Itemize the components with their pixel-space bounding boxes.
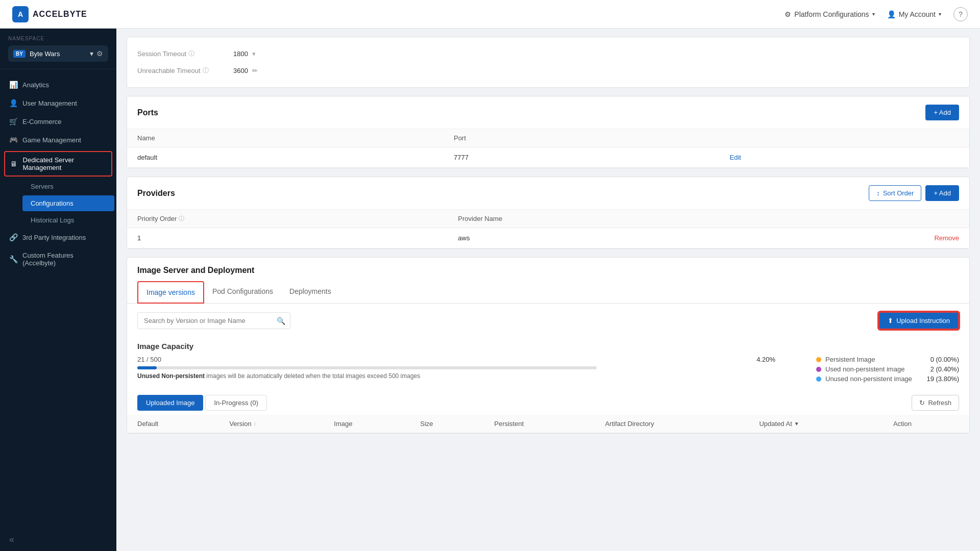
info-icon: ⓘ	[179, 215, 184, 222]
tab-deployments[interactable]: Deployments	[281, 281, 339, 304]
image-server-section: Image Server and Deployment Image versio…	[127, 257, 970, 434]
upload-icon: ⬆	[888, 317, 893, 324]
sidebar-sub-item-historical-logs[interactable]: Historical Logs	[22, 212, 116, 228]
help-button[interactable]: ?	[953, 7, 968, 21]
sidebar-sub-item-configurations[interactable]: Configurations	[22, 195, 114, 211]
capacity-count: 21 / 500	[137, 356, 161, 363]
sidebar-item-label: Dedicated Server Management	[23, 156, 106, 171]
main-layout: NAMESPACE BY Byte Wars ▾ ⚙ 📊 Analytics 👤…	[0, 29, 980, 551]
legend-dot-persistent	[816, 357, 821, 362]
tab-pod-configurations[interactable]: Pod Configurations	[204, 281, 281, 304]
edit-port-link[interactable]: Edit	[730, 154, 741, 161]
legend-dot-unused	[816, 377, 821, 382]
refresh-icon: ↻	[919, 399, 925, 407]
sidebar-item-label: Custom Features (Accelbyte)	[22, 252, 107, 267]
search-input[interactable]	[137, 312, 290, 329]
sidebar: NAMESPACE BY Byte Wars ▾ ⚙ 📊 Analytics 👤…	[0, 29, 116, 551]
top-navigation: A ACCELBYTE ⚙ Platform Configurations ▾ …	[0, 0, 980, 29]
info-icon: ⓘ	[203, 66, 209, 75]
my-account-nav[interactable]: 👤 My Account ▾	[887, 10, 941, 18]
sidebar-item-label: 3rd Party Integrations	[22, 234, 86, 241]
sidebar-sub-item-servers[interactable]: Servers	[22, 179, 116, 194]
capacity-percentage: 4.20%	[756, 356, 775, 363]
remove-provider-link[interactable]: Remove	[935, 234, 959, 242]
sidebar-collapse-button[interactable]: «	[0, 528, 116, 551]
ports-col-action	[720, 129, 969, 147]
sort-order-button[interactable]: ↕ Sort Order	[869, 185, 921, 201]
filter-tabs-row: Uploaded Image In-Progress (0) ↻ Refresh	[127, 391, 969, 415]
col-size: Size	[410, 415, 484, 433]
col-persistent: Persistent	[484, 415, 595, 433]
namespace-section: NAMESPACE BY Byte Wars ▾ ⚙	[0, 29, 116, 69]
analytics-icon: 📊	[9, 81, 17, 89]
col-image: Image	[324, 415, 410, 433]
unreachable-timeout-value: 3600	[233, 67, 248, 74]
3rd-party-icon: 🔗	[9, 233, 17, 241]
session-timeout-value: 1800	[233, 50, 248, 58]
search-icon: 🔍	[277, 317, 285, 325]
sidebar-item-label: E-Commerce	[22, 118, 62, 126]
platform-configurations-nav[interactable]: ⚙ Platform Configurations ▾	[785, 10, 874, 18]
legend-item-persistent: Persistent Image 0 (0.00%)	[816, 356, 959, 363]
sidebar-item-dedicated-server-wrapper: 🖥 Dedicated Server Management	[4, 151, 112, 177]
sidebar-item-ecommerce[interactable]: 🛒 E-Commerce	[0, 112, 116, 131]
sidebar-sub-section: Servers Configurations Historical Logs	[0, 179, 116, 228]
providers-col-action	[755, 210, 969, 228]
capacity-progress-bar	[137, 366, 597, 369]
provider-action: Remove	[755, 228, 969, 248]
ecommerce-icon: 🛒	[9, 117, 17, 126]
legend-item-used-nonpersistent: Used non-persistent image 2 (0.40%)	[816, 365, 959, 373]
sidebar-item-analytics[interactable]: 📊 Analytics	[0, 76, 116, 94]
sort-icon: ↕	[876, 189, 880, 197]
col-updated-at: Updated At ▼	[749, 415, 883, 433]
sidebar-item-label: Analytics	[22, 81, 49, 89]
capacity-legend: Persistent Image 0 (0.00%) Used non-pers…	[816, 356, 959, 383]
providers-table: Priority Order ⓘ Provider Name 1 aws Rem	[127, 210, 969, 248]
sidebar-item-custom-features[interactable]: 🔧 Custom Features (Accelbyte)	[0, 246, 116, 272]
sidebar-item-user-management[interactable]: 👤 User Management	[0, 94, 116, 112]
port-action: Edit	[720, 147, 969, 168]
sidebar-item-label: User Management	[22, 99, 77, 107]
sort-icon: ↕	[254, 421, 256, 427]
namespace-selector[interactable]: BY Byte Wars ▾ ⚙	[8, 45, 108, 62]
capacity-progress-fill	[137, 366, 157, 369]
filter-tab-in-progress[interactable]: In-Progress (0)	[205, 395, 267, 411]
sidebar-item-game-management[interactable]: 🎮 Game Management	[0, 131, 116, 149]
refresh-button[interactable]: ↻ Refresh	[912, 395, 959, 411]
logo-area: A ACCELBYTE	[12, 6, 87, 22]
ports-header: Ports + Add	[127, 96, 969, 129]
ports-col-name: Name	[127, 129, 444, 147]
providers-col-priority: Priority Order ⓘ	[127, 210, 448, 228]
provider-name: aws	[448, 228, 755, 248]
port-name: default	[127, 147, 444, 168]
chevron-down-icon: ▾	[90, 49, 93, 58]
filter-tab-uploaded[interactable]: Uploaded Image	[137, 395, 203, 411]
sidebar-item-dedicated-server[interactable]: 🖥 Dedicated Server Management	[5, 152, 111, 176]
search-wrap: 🔍	[137, 312, 290, 329]
top-nav-right: ⚙ Platform Configurations ▾ 👤 My Account…	[785, 7, 968, 21]
ports-section: Ports + Add Name Port default 7777	[127, 96, 970, 168]
chevron-down-icon: ▾	[252, 50, 256, 58]
chevron-down-icon: ▾	[939, 11, 941, 17]
image-server-title: Image Server and Deployment	[137, 266, 254, 274]
user-icon: 👤	[887, 10, 896, 18]
sidebar-nav: 📊 Analytics 👤 User Management 🛒 E-Commer…	[0, 69, 116, 528]
col-action: Action	[883, 415, 969, 433]
logo-icon: A	[12, 6, 29, 22]
filter-tabs: Uploaded Image In-Progress (0)	[137, 395, 267, 411]
namespace-label: NAMESPACE	[8, 36, 108, 41]
ports-table: Name Port default 7777 Edit	[127, 129, 969, 168]
providers-header: Providers ↕ Sort Order + Add	[127, 177, 969, 210]
session-timeout-row: Session Timeout ⓘ 1800 ▾	[137, 45, 959, 62]
session-timeout-label: Session Timeout ⓘ	[137, 49, 229, 58]
tab-image-versions[interactable]: Image versions	[137, 281, 204, 304]
upload-instruction-button[interactable]: ⬆ Upload Instruction	[878, 312, 959, 330]
logo-text: ACCELBYTE	[33, 10, 87, 19]
add-port-button[interactable]: + Add	[925, 105, 959, 120]
sidebar-item-3rd-party[interactable]: 🔗 3rd Party Integrations	[0, 228, 116, 246]
namespace-gear-icon[interactable]: ⚙	[96, 49, 103, 58]
chevron-down-icon: ▾	[872, 11, 875, 17]
add-provider-button[interactable]: + Add	[925, 185, 959, 201]
image-capacity-title: Image Capacity	[137, 342, 959, 350]
edit-icon[interactable]: ✏	[252, 67, 258, 74]
